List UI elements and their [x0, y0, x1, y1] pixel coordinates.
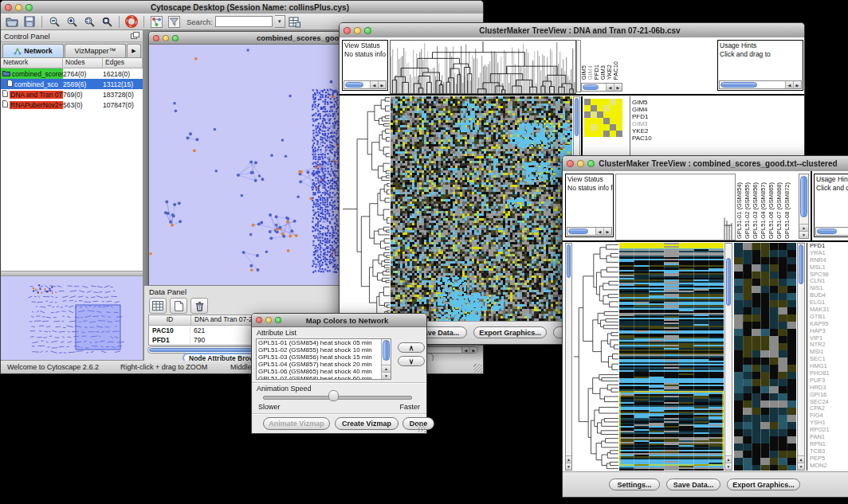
filter-button[interactable] — [166, 14, 182, 29]
search-input[interactable] — [215, 16, 273, 27]
save-data-button[interactable]: Save Data... — [666, 479, 720, 490]
animation-speed-slider-thumb[interactable] — [328, 390, 339, 401]
global-heatmap-canvas[interactable] — [391, 96, 572, 322]
scroll-down-arrow-icon[interactable]: ▼ — [725, 463, 732, 470]
zoom-button[interactable] — [275, 317, 281, 323]
scrollbar-thumb[interactable] — [383, 340, 390, 361]
scroll-up-arrow-icon[interactable]: ▲ — [799, 224, 808, 231]
global-heatmap-canvas[interactable] — [619, 243, 724, 471]
select-attributes-button[interactable] — [149, 298, 167, 314]
scrollbar-thumb[interactable] — [720, 82, 757, 88]
birdseye-view-canvas[interactable] — [1, 276, 143, 359]
open-session-button[interactable] — [4, 14, 20, 29]
column-header-network[interactable]: Network — [1, 58, 63, 68]
move-down-button[interactable]: ∨ — [398, 356, 425, 366]
column-header-edges[interactable]: Edges — [103, 58, 143, 68]
network-list-row[interactable]: combined_scores2764(0)16218(0) — [1, 68, 143, 79]
attribute-item[interactable]: GPL51-07 (GSM868) heat shock 60 min — [257, 375, 391, 380]
usage-hints-scrollbar[interactable] — [815, 227, 848, 236]
scrollbar-thumb[interactable] — [817, 229, 837, 234]
zoom-selected-button[interactable] — [81, 14, 97, 29]
move-up-button[interactable]: ∧ — [398, 342, 425, 353]
tab-network[interactable]: Network — [2, 44, 64, 57]
attribute-item[interactable]: GPL51-02 (GSM855) heat shock 10 min — [257, 346, 391, 354]
minimize-button[interactable] — [354, 27, 361, 34]
row-dendrogram-canvas[interactable] — [342, 96, 390, 322]
create-vizmap-button[interactable]: Create Vizmap — [335, 417, 398, 430]
label-vertical-scrollbar[interactable]: ▲▼ — [799, 174, 809, 239]
close-button[interactable] — [153, 35, 159, 41]
scroll-left-arrow-icon[interactable]: ◀ — [461, 347, 469, 353]
close-button[interactable] — [567, 160, 574, 167]
scroll-left-arrow-icon[interactable]: ◀ — [785, 81, 793, 88]
tab-overflow-arrow[interactable]: ▶ — [127, 44, 141, 57]
scroll-right-arrow-icon[interactable]: ▶ — [614, 84, 622, 91]
help-ring-button[interactable] — [124, 14, 139, 29]
row-dendrogram-canvas[interactable] — [573, 243, 618, 471]
zoom-button[interactable] — [26, 4, 33, 11]
scroll-left-arrow-icon[interactable]: ◀ — [370, 81, 378, 88]
treeview2-title-bar[interactable]: ClusterMaker TreeView : combined_scores_… — [563, 156, 848, 172]
zoom-heatmap-canvas[interactable] — [584, 99, 622, 137]
minimize-button[interactable] — [15, 4, 22, 11]
zoom-in-button[interactable] — [64, 14, 80, 29]
left-vertical-scrollbar[interactable]: ▲▼ — [565, 243, 572, 471]
heatmap-vertical-scrollbar[interactable]: ▲▼ — [724, 243, 732, 471]
delete-attribute-button[interactable] — [190, 298, 208, 314]
new-attribute-button[interactable] — [170, 298, 187, 314]
scrollbar-thumb[interactable] — [583, 84, 599, 90]
panel-divider[interactable] — [1, 271, 143, 276]
network-list-row[interactable]: DNA and Tran 07769(0)183728(0) — [1, 89, 143, 100]
attribute-listbox[interactable]: GPL51-01 (GSM854) heat shock 05 minGPL51… — [256, 338, 391, 380]
zoom-button[interactable] — [587, 160, 595, 167]
scroll-right-arrow-icon[interactable]: ▶ — [793, 81, 801, 88]
scrollbar-thumb[interactable] — [726, 258, 731, 306]
attribute-item[interactable]: GPL51-01 (GSM854) heat shock 05 min — [257, 339, 391, 346]
settings-button[interactable]: Settings... — [609, 479, 660, 490]
scroll-up-arrow-icon[interactable]: ▲ — [382, 365, 391, 372]
save-session-button[interactable] — [22, 14, 37, 29]
zoom-fit-button[interactable] — [99, 14, 115, 29]
scroll-left-arrow-icon[interactable]: ◀ — [606, 84, 614, 91]
column-dendrogram-canvas[interactable] — [615, 174, 736, 240]
column-label-scrollbar[interactable]: ◀▶ — [581, 83, 622, 92]
scroll-up-arrow-icon[interactable]: ▲ — [725, 455, 732, 463]
tab-vizmapper[interactable]: VizMapper™ — [65, 44, 126, 57]
attribute-list-scrollbar[interactable]: ▲▼ — [381, 339, 391, 379]
vizmapper-button[interactable] — [148, 14, 164, 29]
scrollbar-thumb[interactable] — [568, 229, 588, 234]
zoom-out-button[interactable] — [46, 14, 62, 29]
scrollbar-thumb[interactable] — [799, 244, 803, 284]
search-dropdown-arrow-icon[interactable]: ▼ — [275, 15, 285, 28]
scroll-down-arrow-icon[interactable]: ▼ — [382, 372, 391, 379]
scroll-down-arrow-icon[interactable]: ▼ — [566, 463, 571, 470]
scroll-left-arrow-icon[interactable]: ◀ — [595, 228, 603, 235]
close-button[interactable] — [256, 317, 262, 323]
close-button[interactable] — [344, 27, 351, 34]
export-graphics-button[interactable]: Export Graphics... — [727, 479, 800, 490]
view-status-scrollbar[interactable]: ◀▶ — [344, 80, 387, 89]
usage-hints-scrollbar[interactable]: ◀▶ — [719, 80, 802, 89]
column-header-id[interactable]: ID — [149, 315, 191, 325]
scroll-up-arrow-icon[interactable]: ▲ — [566, 455, 571, 463]
column-header-nodes[interactable]: Nodes — [63, 58, 103, 68]
scroll-right-arrow-icon[interactable]: ▶ — [378, 81, 386, 88]
attribute-item[interactable]: GPL51-03 (GSM856) heat shock 15 min — [257, 354, 391, 361]
scrollbar-thumb[interactable] — [567, 244, 571, 278]
attribute-item[interactable]: GPL51-04 (GSM857) heat shock 20 min — [257, 361, 391, 368]
network-list-row[interactable]: combined_sco2569(6)13112(15) — [1, 79, 143, 89]
scroll-right-arrow-icon[interactable]: ▶ — [469, 347, 477, 353]
export-graphics-button[interactable]: Export Graphics... — [473, 326, 547, 338]
main-title-bar[interactable]: Cytoscape Desktop (Session Name: collins… — [1, 1, 483, 14]
float-panel-icon[interactable] — [131, 32, 139, 41]
attribute-item[interactable]: GPL51-06 (GSM865) heat shock 40 min — [257, 368, 391, 375]
treeview1-title-bar[interactable]: ClusterMaker TreeView : DNA and Tran 07-… — [340, 23, 804, 38]
minimize-button[interactable] — [265, 317, 272, 323]
close-button[interactable] — [5, 4, 12, 11]
animate-vizmap-button[interactable]: Animate Vizmap — [263, 417, 330, 430]
zoom-button[interactable] — [364, 27, 371, 34]
scroll-down-arrow-icon[interactable]: ▼ — [798, 463, 804, 470]
scrollbar-thumb[interactable] — [800, 176, 807, 217]
minimize-button[interactable] — [163, 35, 169, 41]
view-status-scrollbar[interactable]: ◀▶ — [567, 227, 612, 236]
